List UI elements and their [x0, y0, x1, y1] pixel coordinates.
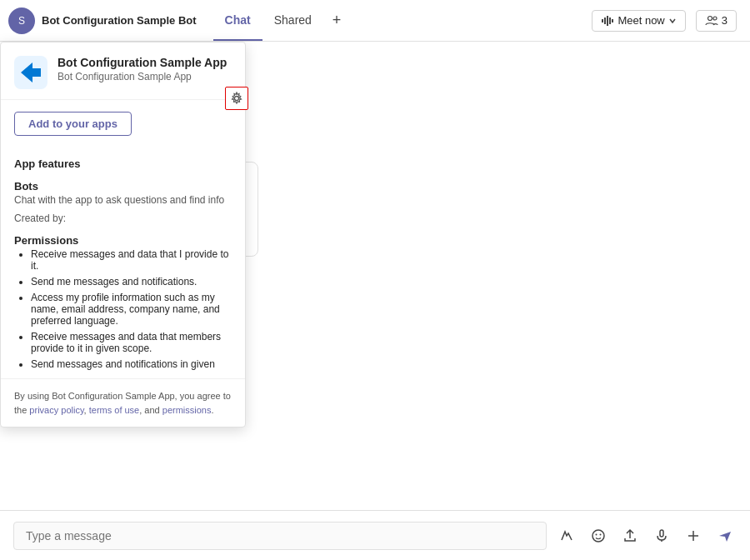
add-icon[interactable] — [682, 524, 705, 548]
people-icon — [705, 14, 718, 28]
svg-point-8 — [592, 530, 604, 542]
participants-button[interactable]: 3 — [696, 10, 737, 32]
svg-point-10 — [600, 533, 602, 535]
message-bar — [0, 510, 750, 560]
top-bar-left: S Bot Configuration Sample Bot — [0, 8, 197, 34]
send-icon[interactable] — [713, 524, 737, 548]
add-to-apps-button[interactable]: Add to your apps — [14, 112, 132, 136]
top-bar: S Bot Configuration Sample Bot Chat Shar… — [0, 0, 750, 42]
permissions-list: Receive messages and data that I provide… — [14, 248, 232, 370]
svg-rect-3 — [609, 18, 611, 24]
top-bar-right: Meet now 3 — [592, 10, 750, 32]
message-input[interactable] — [13, 522, 547, 550]
popup-bot-title: Bot Configuration Sample App — [58, 56, 227, 69]
top-bar-tabs: Chat Shared + — [213, 0, 350, 41]
svg-rect-2 — [607, 16, 608, 26]
created-by: Created by: — [14, 212, 232, 224]
popup-title-area: Bot Configuration Sample App Bot Configu… — [58, 56, 227, 82]
svg-point-16 — [235, 97, 239, 101]
attach-icon[interactable] — [618, 524, 642, 548]
meet-now-button[interactable]: Meet now — [592, 10, 685, 32]
tab-chat[interactable]: Chat — [213, 0, 262, 41]
svg-rect-11 — [660, 530, 663, 537]
avatar: S — [8, 8, 35, 34]
bots-desc: Chat with the app to ask questions and f… — [14, 194, 232, 206]
settings-icon-box[interactable] — [225, 87, 248, 110]
audio-bars-icon — [601, 14, 614, 28]
popup-panel: Bot Configuration Sample App Bot Configu… — [0, 42, 246, 428]
format-icon[interactable] — [555, 524, 578, 548]
permissions-link[interactable]: permissions — [162, 405, 212, 415]
bots-title: Bots — [14, 180, 232, 192]
gear-icon — [230, 92, 243, 105]
chevron-down-icon — [668, 17, 677, 25]
terms-of-use-link[interactable]: terms of use — [89, 405, 140, 415]
permission-item: Receive messages and data that I provide… — [31, 248, 232, 272]
popup-bot-subtitle: Bot Configuration Sample App — [58, 71, 227, 82]
tab-shared[interactable]: Shared — [262, 0, 323, 41]
svg-rect-4 — [612, 19, 613, 22]
svg-rect-0 — [602, 19, 603, 22]
svg-point-5 — [708, 16, 712, 20]
permission-item: Access my profile information such as my… — [31, 292, 232, 327]
popup-bot-arrow-icon — [14, 56, 48, 89]
privacy-policy-link[interactable]: privacy policy — [29, 405, 83, 415]
popup-footer: By using Bot Configuration Sample App, y… — [1, 378, 245, 427]
participants-count: 3 — [722, 14, 728, 27]
svg-point-6 — [713, 17, 717, 20]
emoji-icon[interactable] — [587, 524, 610, 548]
app-features-title: App features — [14, 158, 232, 170]
popup-scroll-area[interactable]: App features Bots Chat with the app to a… — [1, 148, 245, 378]
chat-title: Bot Configuration Sample Bot — [42, 14, 197, 27]
permission-item: Send me messages and notifications. — [31, 276, 232, 288]
tab-add-button[interactable]: + — [323, 8, 350, 34]
popup-header: Bot Configuration Sample App Bot Configu… — [1, 42, 245, 100]
mic-icon[interactable] — [650, 524, 673, 548]
permission-item: Send messages and notifications in given — [31, 358, 232, 370]
svg-rect-1 — [604, 18, 606, 24]
permission-item: Receive messages and data that members p… — [31, 331, 232, 354]
permissions-title: Permissions — [14, 234, 232, 247]
svg-point-9 — [596, 533, 598, 535]
popup-bot-icon — [14, 56, 48, 89]
meet-now-label: Meet now — [618, 14, 664, 27]
